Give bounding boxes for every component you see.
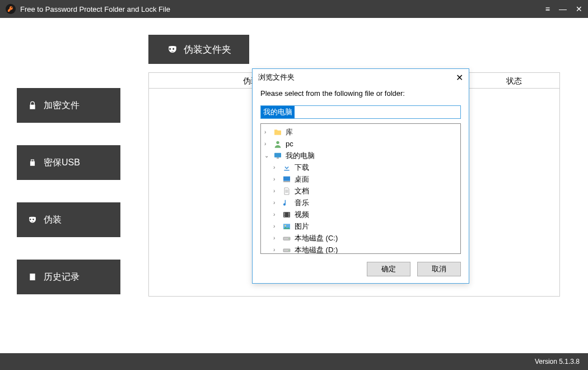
svg-point-16 [288,238,289,239]
tree-item[interactable]: ›库 [261,126,460,138]
svg-rect-4 [283,176,290,181]
tree-item-label: pc [286,140,293,148]
tree-item[interactable]: ›视频 [261,209,460,220]
mask-icon [167,44,178,54]
history-icon [27,272,38,281]
dialog-title-text: 浏览文件夹 [258,72,295,82]
svg-point-18 [288,250,289,251]
dialog-instruction: Please select from the following file or… [260,89,461,98]
tree-item[interactable]: ›桌面 [261,173,460,185]
path-input[interactable]: 我的电脑 [260,105,461,119]
tree-item[interactable]: ⌄我的电脑 [261,150,460,161]
svg-point-14 [284,225,286,226]
svg-rect-3 [284,170,289,170]
document-icon [282,187,292,196]
sidebar-item-history[interactable]: 历史记录 [17,260,120,294]
menu-icon[interactable]: ≡ [545,4,550,13]
footer: Version 5.1.3.8 [0,353,588,370]
minimize-icon[interactable]: — [559,4,567,13]
sidebar-item-label: 历史记录 [44,271,80,283]
titlebar: Free to Password Protect Folder and Lock… [0,0,588,18]
expand-arrow-icon[interactable]: › [273,200,280,206]
expand-arrow-icon[interactable]: ⌄ [264,152,271,159]
svg-rect-11 [288,214,289,215]
picture-icon [282,222,292,231]
tree-item[interactable]: ›音乐 [261,197,460,209]
folder-lib-icon [273,128,283,137]
sidebar-item-disguise[interactable]: 伪装 [17,202,120,237]
music-icon [282,198,292,207]
svg-rect-9 [284,216,284,216]
tree-item-label: 文档 [295,186,309,196]
tree-item[interactable]: ›本地磁盘 (C:) [261,232,460,244]
dialog-close-icon[interactable]: ✕ [456,72,463,83]
browse-folder-dialog: 浏览文件夹 ✕ Please select from the following… [252,68,469,284]
folder-tree[interactable]: ›库›pc⌄我的电脑›下载›桌面›文档›音乐›视频›图片›本地磁盘 (C:)›本… [260,123,461,254]
desktop-icon [282,175,292,184]
monitor-icon [273,151,283,160]
svg-rect-1 [274,152,281,157]
sidebar-item-label: 密保USB [44,157,80,169]
svg-rect-2 [277,158,279,158]
app-title: Free to Password Protect Folder and Lock… [20,5,170,13]
tree-item-label: 音乐 [295,198,309,208]
expand-arrow-icon[interactable]: › [273,176,280,182]
expand-arrow-icon[interactable]: › [273,247,280,253]
tree-item[interactable]: ›pc [261,138,460,150]
path-value: 我的电脑 [261,106,295,118]
video-icon [282,210,292,219]
svg-rect-12 [288,216,289,216]
tree-item-label: 下载 [295,163,309,173]
lock-icon [27,101,38,110]
ok-button[interactable]: 确定 [367,262,410,276]
sidebar: 加密文件 密保USB 伪装 历史记录 [0,18,132,353]
tree-item-label: 图片 [295,221,309,232]
expand-arrow-icon[interactable]: › [273,223,280,229]
svg-rect-5 [283,181,290,182]
disk-icon [282,234,292,243]
expand-arrow-icon[interactable]: › [264,129,271,135]
tree-item[interactable]: ›文档 [261,185,460,197]
tree-item-label: 桌面 [295,174,309,184]
sidebar-item-encrypt[interactable]: 加密文件 [17,88,120,123]
tree-item-label: 本地磁盘 (D:) [295,245,338,255]
tree-item[interactable]: ›本地磁盘 (D:) [261,244,460,254]
tree-item-label: 库 [286,127,293,137]
disguise-folder-label: 伪装文件夹 [184,43,231,56]
disk-icon [282,246,292,255]
app-icon [6,4,16,14]
expand-arrow-icon[interactable]: › [273,235,280,241]
download-icon [282,163,292,172]
user-icon [273,140,283,149]
expand-arrow-icon[interactable]: › [264,141,271,147]
svg-rect-10 [288,212,289,213]
tree-item[interactable]: ›图片 [261,220,460,232]
mask-icon [27,215,38,224]
tree-item[interactable]: ›下载 [261,161,460,173]
dialog-titlebar: 浏览文件夹 ✕ [253,69,469,86]
close-icon[interactable]: ✕ [576,4,582,13]
tree-item-label: 我的电脑 [286,151,315,161]
svg-rect-7 [284,212,284,213]
sidebar-item-label: 伪装 [44,214,62,226]
usb-icon [27,158,38,167]
sidebar-item-usb[interactable]: 密保USB [17,145,120,180]
sidebar-item-label: 加密文件 [44,100,80,112]
expand-arrow-icon[interactable]: › [273,164,280,170]
version-label: Version 5.1.3.8 [535,358,580,366]
svg-rect-8 [284,214,284,215]
expand-arrow-icon[interactable]: › [273,211,280,218]
svg-point-0 [276,141,279,144]
expand-arrow-icon[interactable]: › [273,188,280,194]
tree-item-label: 视频 [295,210,309,220]
col-status[interactable]: 状态 [469,73,559,89]
tree-item-label: 本地磁盘 (C:) [295,233,338,243]
cancel-button[interactable]: 取消 [417,262,461,276]
disguise-folder-button[interactable]: 伪装文件夹 [148,35,249,64]
